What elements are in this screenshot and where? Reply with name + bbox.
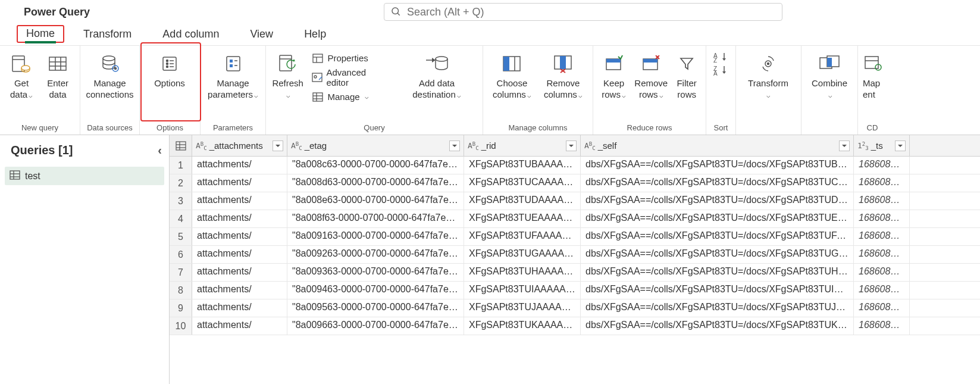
svg-rect-39 [503, 57, 509, 71]
column-header-ts[interactable]: 123_ts [854, 135, 910, 156]
remove-columns-button[interactable]: Remove columns⌵ [537, 51, 589, 101]
column-header-rid[interactable]: ABC_rid [464, 135, 581, 156]
column-header-attachments[interactable]: ABC_attachments [192, 135, 287, 156]
cell: dbs/XFgSAA==/colls/XFgSAPt83TU=/docs/XFg… [581, 157, 854, 174]
search-input[interactable]: Search (Alt + Q) [384, 3, 782, 21]
cell: dbs/XFgSAA==/colls/XFgSAPt83TU=/docs/XFg… [581, 317, 854, 335]
cell: dbs/XFgSAA==/colls/XFgSAPt83TU=/docs/XFg… [581, 210, 854, 227]
svg-point-12 [114, 68, 116, 70]
row-number[interactable]: 7 [170, 264, 192, 281]
enter-data-button[interactable]: Enter data [39, 51, 76, 101]
column-header-etag[interactable]: ABC_etag [287, 135, 464, 156]
add-data-destination-button[interactable]: Add data destination⌵ [394, 51, 479, 101]
tab-transform[interactable]: Transform [75, 26, 140, 43]
svg-rect-48 [643, 59, 657, 63]
transform-button[interactable]: Transform⌵ [740, 51, 797, 101]
row-number[interactable]: 9 [170, 299, 192, 317]
group-sort: Sort [710, 122, 732, 135]
text-type-icon: ABC [196, 141, 207, 150]
grid-corner-icon[interactable] [170, 135, 192, 156]
cell: "8a008c63-0000-0700-0000-647fa7ed0... [287, 157, 464, 174]
cell: 168608766 [854, 282, 910, 299]
tab-view[interactable]: View [242, 26, 281, 43]
table-row[interactable]: 4attachments/"8a008f63-0000-0700-0000-64… [170, 210, 980, 228]
column-name: _self [598, 141, 617, 151]
column-name: _attachments [209, 141, 263, 151]
manage-parameters-button[interactable]: Manage parameters⌵ [204, 51, 262, 101]
map-entities-button[interactable]: Map ent [862, 51, 884, 101]
manage-icon [312, 92, 324, 102]
table-row[interactable]: 3attachments/"8a008e63-0000-0700-0000-64… [170, 192, 980, 210]
combine-icon [819, 52, 840, 76]
search-placeholder: Search (Alt + Q) [407, 6, 484, 18]
table-row[interactable]: 8attachments/"8a009463-0000-0700-0000-64… [170, 282, 980, 299]
cell: 168608766 [854, 246, 910, 263]
properties-button[interactable]: Properties [308, 52, 384, 64]
combine-button[interactable]: Combine⌵ [805, 51, 854, 101]
query-item-label: test [25, 171, 40, 182]
table-row[interactable]: 5attachments/"8a009163-0000-0700-0000-64… [170, 228, 980, 246]
row-number[interactable]: 4 [170, 210, 192, 227]
row-number[interactable]: 6 [170, 246, 192, 263]
table-row[interactable]: 1attachments/"8a008c63-0000-0700-0000-64… [170, 157, 980, 174]
get-data-button[interactable]: Get data⌵ [4, 51, 39, 101]
transform-icon [759, 52, 777, 76]
cell: dbs/XFgSAA==/colls/XFgSAPt83TU=/docs/XFg… [581, 228, 854, 245]
svg-point-58 [768, 63, 769, 65]
remove-rows-button[interactable]: Remove rows⌵ [631, 51, 671, 101]
sort-asc-button[interactable]: AZ [713, 51, 729, 64]
svg-point-31 [314, 76, 317, 78]
sort-desc-button[interactable]: ZA [713, 64, 729, 77]
table-row[interactable]: 6attachments/"8a009263-0000-0700-0000-64… [170, 246, 980, 264]
row-number[interactable]: 8 [170, 282, 192, 299]
tab-help[interactable]: Help [296, 26, 334, 43]
table-row[interactable]: 2attachments/"8a008d63-0000-0700-0000-64… [170, 174, 980, 192]
cell: 168608766 [854, 317, 910, 335]
row-number[interactable]: 10 [170, 317, 192, 335]
manage-connections-button[interactable]: Manage connections [84, 51, 136, 101]
row-number[interactable]: 5 [170, 228, 192, 245]
text-type-icon: ABC [584, 141, 596, 150]
column-header-self[interactable]: ABC_self [581, 135, 854, 156]
row-number[interactable]: 1 [170, 157, 192, 174]
column-filter-dropdown[interactable] [839, 141, 850, 151]
tab-add-column[interactable]: Add column [154, 26, 227, 43]
query-item-test[interactable]: test [5, 167, 164, 185]
ribbon-tabs: Home Transform Add column View Help [0, 24, 980, 43]
row-number[interactable]: 2 [170, 174, 192, 192]
column-filter-dropdown[interactable] [566, 141, 577, 151]
cell: "8a009163-0000-0700-0000-647fa7ed0... [287, 228, 464, 245]
table-row[interactable]: 7attachments/"8a009363-0000-0700-0000-64… [170, 264, 980, 282]
cell: XFgSAPt83TUIAAAAAA... [464, 282, 581, 299]
cell: 168608766 [854, 264, 910, 281]
column-filter-dropdown[interactable] [273, 141, 283, 151]
svg-rect-5 [49, 57, 66, 70]
keep-rows-button[interactable]: Keep rows⌵ [597, 51, 631, 101]
table-row[interactable]: 9attachments/"8a009563-0000-0700-0000-64… [170, 299, 980, 317]
get-data-icon [10, 52, 33, 76]
collapse-queries-icon[interactable]: ‹ [158, 143, 162, 157]
row-number[interactable]: 3 [170, 192, 192, 210]
cell: "8a008e63-0000-0700-0000-647fa7ed0... [287, 192, 464, 210]
tab-home[interactable]: Home [17, 25, 64, 43]
cell: dbs/XFgSAA==/colls/XFgSAPt83TU=/docs/XFg… [581, 246, 854, 263]
advanced-editor-button[interactable]: Advanced editor [308, 66, 384, 89]
cell: attachments/ [192, 228, 287, 245]
cell: dbs/XFgSAA==/colls/XFgSAPt83TU=/docs/XFg… [581, 192, 854, 210]
group-options: Options [143, 122, 196, 135]
column-filter-dropdown[interactable] [895, 141, 906, 151]
table-row[interactable]: 10attachments/"8a009663-0000-0700-0000-6… [170, 317, 980, 335]
group-parameters: Parameters [204, 122, 262, 135]
text-type-icon: ABC [291, 141, 302, 150]
column-filter-dropdown[interactable] [449, 141, 460, 151]
choose-columns-button[interactable]: Choose columns⌵ [487, 51, 537, 101]
manage-button[interactable]: Manage⌵ [308, 90, 384, 103]
filter-rows-button[interactable]: Filter rows [671, 51, 702, 101]
cell: XFgSAPt83TUBAAAAAA... [464, 157, 581, 174]
cell: 168608766 [854, 174, 910, 192]
cell: "8a009263-0000-0700-0000-647fa7ed0... [287, 246, 464, 263]
refresh-button[interactable]: Refresh⌵ [270, 51, 306, 101]
cell: "8a009663-0000-0700-0000-647fa7ed0... [287, 317, 464, 335]
queries-pane: Queries [1] ‹ test [0, 135, 170, 384]
svg-rect-42 [560, 56, 566, 69]
